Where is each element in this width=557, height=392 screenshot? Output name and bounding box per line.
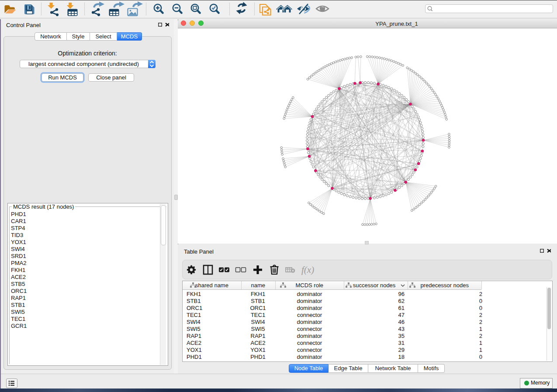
svg-text:f(x): f(x)	[301, 265, 314, 275]
